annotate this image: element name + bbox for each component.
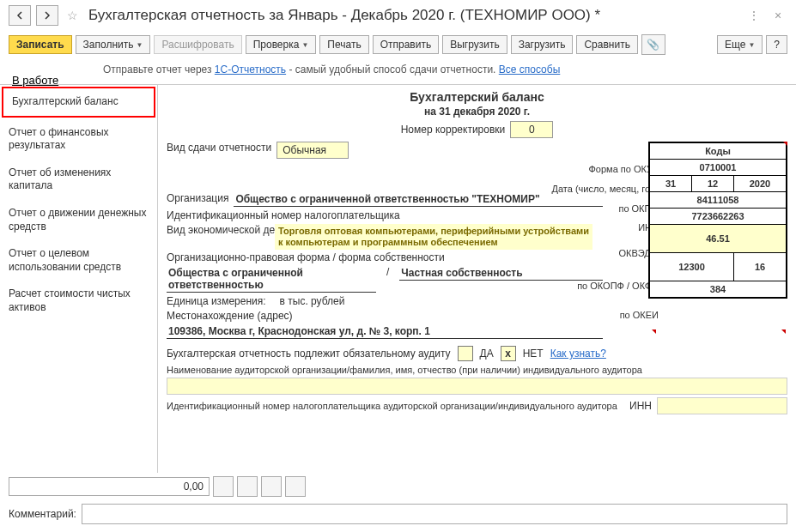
- org-label: Организация: [167, 192, 228, 204]
- status-link[interactable]: В работе: [12, 74, 58, 87]
- sidebar: Бухгалтерский баланс Отчет о финансовых …: [0, 85, 158, 473]
- red-marker-icon: [783, 142, 787, 146]
- date-day: 31: [650, 176, 692, 192]
- attach-button[interactable]: 📎: [641, 34, 665, 55]
- favorite-icon[interactable]: ☆: [67, 9, 78, 22]
- help-button[interactable]: ?: [766, 35, 787, 54]
- auditor-inn-short: ИНН: [629, 400, 652, 412]
- num-btn-4[interactable]: [285, 476, 306, 497]
- codes-table: Коды 0710001 31 12 2020 84111058 7723662…: [648, 142, 787, 299]
- menu-icon[interactable]: ⋮: [744, 6, 763, 25]
- activity-label: Вид экономической деятельности: [167, 224, 270, 236]
- close-icon[interactable]: ×: [769, 6, 787, 25]
- write-button[interactable]: Записать: [9, 35, 72, 54]
- paperclip-icon: 📎: [647, 39, 659, 51]
- ownership-form: Частная собственность: [399, 266, 603, 281]
- corr-value[interactable]: 0: [510, 121, 553, 138]
- auditor-inn-label: Идентификационный номер налогоплательщик…: [167, 400, 476, 412]
- legal-label: Организационно-правовая форма / форма со…: [167, 251, 445, 263]
- date-year: 2020: [734, 176, 787, 192]
- audit-help-link[interactable]: Как узнать?: [550, 348, 606, 360]
- info-text: Отправьте отчет через 1С-Отчетность - са…: [0, 58, 796, 84]
- chevron-down-icon: ▼: [301, 41, 308, 49]
- decrypt-button: Расшифровать: [154, 35, 241, 54]
- sidebar-item-finresults[interactable]: Отчет о финансовых результатах: [0, 119, 157, 160]
- compare-button[interactable]: Сравнить: [576, 35, 637, 54]
- addr-value: 109386, Москва г, Краснодонская ул, д. №…: [167, 324, 603, 339]
- corr-label: Номер корректировки: [401, 124, 506, 136]
- upload-button[interactable]: Выгрузить: [442, 35, 507, 54]
- sidebar-item-netassets[interactable]: Расчет стоимости чистых активов: [0, 281, 157, 321]
- numeric-field[interactable]: 0,00: [9, 477, 210, 496]
- send-button[interactable]: Отправить: [373, 35, 440, 54]
- audit-yes-checkbox[interactable]: [458, 346, 473, 361]
- auditor-name-field[interactable]: [167, 378, 787, 395]
- red-marker-icon: [781, 329, 786, 334]
- report-title: Бухгалтерский баланс: [167, 90, 787, 104]
- okopf-label: по ОКОПФ / ОКФС: [577, 281, 659, 291]
- chevron-down-icon: ▼: [748, 41, 755, 49]
- okud-value: 0710001: [650, 160, 787, 176]
- report-date: на 31 декабря 2020 г.: [167, 106, 787, 118]
- submit-value[interactable]: Обычная: [276, 142, 349, 159]
- audit-label: Бухгалтерская отчетность подлежит обязат…: [167, 348, 451, 360]
- report-area: Бухгалтерский баланс на 31 декабря 2020 …: [158, 85, 796, 473]
- addr-label: Местонахождение (адрес): [167, 310, 293, 322]
- fill-button[interactable]: Заполнить▼: [76, 35, 151, 54]
- sidebar-item-capital[interactable]: Отчет об изменениях капитала: [0, 160, 157, 200]
- inn-value: 7723662263: [650, 209, 787, 225]
- activity-value[interactable]: Торговля оптовая компьютерами, периферий…: [275, 224, 592, 250]
- okfs-value: 16: [734, 253, 787, 281]
- taxid-label: Идентификационный номер налогоплательщик…: [167, 209, 400, 221]
- link-1c[interactable]: 1С-Отчетность: [215, 63, 286, 76]
- comment-label: Комментарий:: [9, 508, 76, 520]
- auditor-inn-field[interactable]: [657, 397, 787, 414]
- num-btn-3[interactable]: [261, 476, 282, 497]
- sidebar-item-targetuse[interactable]: Отчет о целевом использовании средств: [0, 240, 157, 281]
- unit-label: Единица измерения:: [167, 295, 266, 307]
- nav-fwd-button[interactable]: [36, 5, 58, 26]
- more-button[interactable]: Еще▼: [717, 35, 763, 54]
- org-value: Общество с ограниченной ответственностью…: [234, 192, 603, 207]
- unit-value: в тыс. рублей: [280, 295, 345, 307]
- okpo-value: 84111058: [650, 192, 787, 209]
- audit-no-checkbox[interactable]: x: [501, 346, 516, 361]
- num-btn-2[interactable]: [237, 476, 258, 497]
- print-button[interactable]: Печать: [319, 35, 368, 54]
- chevron-down-icon: ▼: [137, 41, 143, 49]
- comment-input[interactable]: [82, 504, 787, 524]
- nav-back-button[interactable]: [9, 5, 31, 26]
- window-title: Бухгалтерская отчетность за Январь - Дек…: [88, 7, 739, 24]
- okved-value[interactable]: 46.51: [650, 225, 787, 253]
- sidebar-item-cashflow[interactable]: Отчет о движении денежных средств: [0, 200, 157, 240]
- num-btn-1[interactable]: [213, 476, 234, 497]
- download-button[interactable]: Загрузить: [511, 35, 574, 54]
- red-marker-icon: [652, 329, 656, 334]
- auditor-name-label: Наименование аудиторской организации/фам…: [167, 365, 642, 375]
- legal-form: Общества с ограниченной ответственностью: [167, 266, 376, 293]
- sidebar-item-balance[interactable]: Бухгалтерский баланс: [2, 87, 155, 118]
- date-label: Дата (число, месяц, год): [551, 184, 659, 194]
- submit-label: Вид сдачи отчетности: [167, 142, 271, 154]
- date-month: 12: [692, 176, 734, 192]
- okopf-value: 12300: [650, 253, 734, 281]
- check-button[interactable]: Проверка▼: [246, 35, 317, 54]
- link-all-ways[interactable]: Все способы: [499, 63, 561, 76]
- okei-label: по ОКЕИ: [620, 310, 659, 320]
- okei-value: 384: [650, 281, 787, 298]
